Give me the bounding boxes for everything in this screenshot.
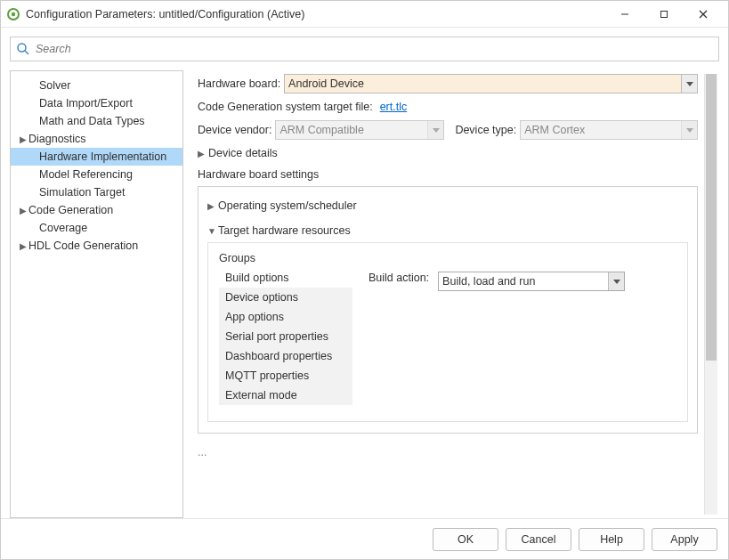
chevron-right-icon: ▶ <box>207 201 218 211</box>
chevron-down-icon: ▼ <box>207 226 218 236</box>
svg-line-7 <box>25 51 28 54</box>
tree-item-label: Code Generation <box>28 204 113 216</box>
target-hardware-resources-toggle[interactable]: ▼ Target hardware resources <box>207 224 688 237</box>
device-vendor-value: ARM Compatible <box>279 124 363 136</box>
apply-button[interactable]: Apply <box>652 528 717 551</box>
tree-item-label: Math and Data Types <box>39 115 145 127</box>
groups-items: Build optionsDevice optionsApp optionsSe… <box>219 268 352 405</box>
group-item-serial-port-properties[interactable]: Serial port properties <box>219 327 352 346</box>
codegen-target-label: Code Generation system target file: <box>198 101 373 113</box>
svg-marker-11 <box>613 280 620 284</box>
tree-item-label: Hardware Implementation <box>39 150 166 163</box>
os-scheduler-label: Operating system/scheduler <box>218 199 357 212</box>
help-button[interactable]: Help <box>579 528 644 551</box>
tree-item-label: HDL Code Generation <box>28 239 138 252</box>
tree-item-label: Data Import/Export <box>39 97 133 110</box>
config-parameters-window: Configuration Parameters: untitled/Confi… <box>0 0 729 560</box>
hardware-board-select[interactable]: Android Device <box>284 74 698 93</box>
build-action-select[interactable]: Build, load and run <box>438 272 625 291</box>
svg-marker-10 <box>686 128 693 133</box>
build-action-label: Build action: <box>369 272 429 284</box>
search-field-wrap[interactable] <box>10 37 719 61</box>
group-item-mqtt-properties[interactable]: MQTT properties <box>219 366 352 386</box>
device-type-value: ARM Cortex <box>524 124 585 136</box>
device-type-label: Device type: <box>455 124 516 136</box>
svg-point-1 <box>12 12 15 15</box>
hardware-board-settings-panel: ▶ Operating system/scheduler ▼ Target ha… <box>198 186 698 434</box>
build-action-value: Build, load and run <box>442 275 535 288</box>
scrollbar-thumb[interactable] <box>706 74 717 361</box>
tree-item-math-and-data-types[interactable]: Math and Data Types <box>11 112 182 130</box>
tree-item-solver[interactable]: Solver <box>11 77 182 94</box>
chevron-right-icon: ▶ <box>198 149 208 158</box>
tree-item-data-import-export[interactable]: Data Import/Export <box>11 94 182 112</box>
chevron-right-icon: ▶ <box>18 134 28 144</box>
svg-point-6 <box>18 44 26 52</box>
svg-marker-9 <box>433 128 440 133</box>
chevron-down-icon <box>681 121 697 139</box>
os-scheduler-toggle[interactable]: ▶ Operating system/scheduler <box>207 199 688 212</box>
device-type-select[interactable]: ARM Cortex <box>520 120 698 140</box>
group-item-dashboard-properties[interactable]: Dashboard properties <box>219 346 352 366</box>
device-details-label: Device details <box>208 147 278 159</box>
groups-label: Groups <box>219 252 352 264</box>
tree-item-hardware-implementation[interactable]: Hardware Implementation <box>11 148 182 166</box>
target-hardware-resources-panel: Groups Build optionsDevice optionsApp op… <box>207 242 688 422</box>
tree-item-label: Model Referencing <box>39 168 133 181</box>
group-item-device-options[interactable]: Device options <box>219 288 352 307</box>
cancel-button[interactable]: Cancel <box>506 528 571 551</box>
dialog-button-bar: OK Cancel Help Apply <box>1 518 728 559</box>
tree-item-model-referencing[interactable]: Model Referencing <box>11 166 182 183</box>
tree-item-code-generation[interactable]: ▶Code Generation <box>11 201 182 219</box>
titlebar: Configuration Parameters: untitled/Confi… <box>1 1 728 28</box>
more-indicator: ... <box>198 446 698 459</box>
device-vendor-select[interactable]: ARM Compatible <box>275 120 444 140</box>
main-panel: Hardware board: Android Device Code Gene… <box>183 70 719 518</box>
group-item-external-mode[interactable]: External mode <box>219 386 352 405</box>
window-title: Configuration Parameters: untitled/Confi… <box>26 8 605 20</box>
app-icon <box>6 7 20 21</box>
tree-item-simulation-target[interactable]: Simulation Target <box>11 183 182 201</box>
tree-item-label: Diagnostics <box>28 133 86 145</box>
close-button[interactable] <box>684 2 723 27</box>
group-item-build-options[interactable]: Build options <box>219 268 352 288</box>
tree-item-label: Simulation Target <box>39 186 125 199</box>
device-details-toggle[interactable]: ▶ Device details <box>198 147 698 159</box>
search-icon <box>16 42 30 56</box>
target-hardware-resources-label: Target hardware resources <box>218 224 351 237</box>
category-tree[interactable]: SolverData Import/ExportMath and Data Ty… <box>10 70 183 518</box>
hardware-board-label: Hardware board: <box>198 77 280 90</box>
search-input[interactable] <box>34 37 713 61</box>
maximize-button[interactable] <box>644 2 684 27</box>
tree-item-diagnostics[interactable]: ▶Diagnostics <box>11 130 182 148</box>
group-item-app-options[interactable]: App options <box>219 307 352 327</box>
svg-rect-3 <box>661 11 668 17</box>
device-vendor-label: Device vendor: <box>198 124 271 136</box>
hardware-board-settings-label: Hardware board settings <box>198 168 694 181</box>
tree-item-coverage[interactable]: Coverage <box>11 219 182 237</box>
chevron-down-icon <box>427 121 443 139</box>
chevron-down-icon <box>681 75 697 93</box>
chevron-down-icon <box>608 272 624 290</box>
groups-list: Groups Build optionsDevice optionsApp op… <box>219 252 352 405</box>
minimize-button[interactable] <box>605 2 644 27</box>
chevron-right-icon: ▶ <box>18 206 28 215</box>
tree-item-hdl-code-generation[interactable]: ▶HDL Code Generation <box>11 237 182 255</box>
tree-item-label: Solver <box>39 79 70 92</box>
hardware-board-value: Android Device <box>288 77 364 90</box>
vertical-scrollbar[interactable] <box>704 74 717 515</box>
chevron-right-icon: ▶ <box>18 241 28 251</box>
svg-marker-8 <box>686 82 693 86</box>
codegen-target-link[interactable]: ert.tlc <box>380 101 408 113</box>
ok-button[interactable]: OK <box>433 528 498 551</box>
tree-item-label: Coverage <box>39 222 87 234</box>
